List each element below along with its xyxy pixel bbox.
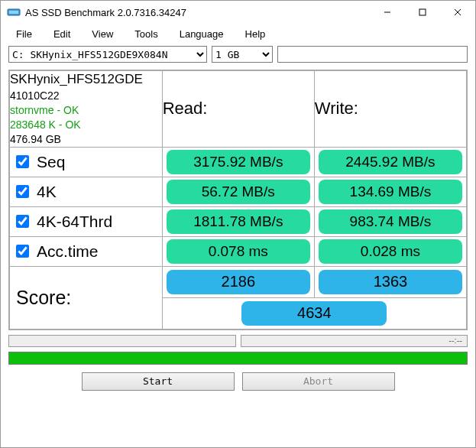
svg-rect-1 [9, 11, 18, 14]
menu-language[interactable]: Language [169, 26, 235, 42]
row-4k64: 4K-64Thrd [10, 207, 162, 236]
menu-file[interactable]: File [5, 26, 43, 42]
minimize-button[interactable] [370, 1, 405, 24]
toolbar-textbox[interactable] [277, 46, 468, 63]
button-row: Start Abort [8, 372, 468, 391]
menu-edit[interactable]: Edit [43, 26, 81, 42]
menu-view[interactable]: View [81, 26, 124, 42]
4k-read: 56.72 MB/s [167, 180, 310, 204]
row-seq: Seq [10, 148, 162, 177]
seq-write: 2445.92 MB/s [319, 150, 462, 174]
label-acc: Acc.time [37, 242, 99, 261]
row-acc: Acc.time [10, 237, 162, 266]
app-icon [7, 5, 21, 19]
start-button[interactable]: Start [82, 372, 235, 391]
label-4k64: 4K-64Thrd [37, 213, 112, 231]
close-icon [454, 8, 461, 16]
4k-write: 134.69 MB/s [319, 180, 462, 204]
score-label: Score: [10, 282, 162, 313]
size-select[interactable]: 1 GB [212, 46, 273, 63]
drive-select[interactable]: C: SKHynix_HFS512GDE9X084N [8, 46, 207, 63]
progress-bar [8, 352, 468, 365]
checkbox-4k64[interactable] [16, 215, 29, 228]
checkbox-acc[interactable] [16, 245, 29, 258]
menu-tools[interactable]: Tools [124, 26, 168, 42]
toolbar: C: SKHynix_HFS512GDE9X084N 1 GB [1, 44, 475, 67]
menu-help[interactable]: Help [235, 26, 277, 42]
seq-read: 3175.92 MB/s [167, 150, 310, 174]
svg-rect-3 [419, 9, 426, 15]
status-row: --:-- [8, 335, 468, 347]
window-title: AS SSD Benchmark 2.0.7316.34247 [25, 7, 370, 18]
checkbox-4k[interactable] [16, 185, 29, 198]
drive-fw: 41010C22 [10, 89, 162, 103]
close-button[interactable] [440, 1, 475, 24]
4k64-read: 1811.78 MB/s [167, 209, 310, 234]
drive-model: SKHynix_HFS512GDE [10, 71, 162, 89]
drive-info: SKHynix_HFS512GDE 41010C22 stornvme - OK… [10, 71, 163, 148]
abort-button: Abort [242, 372, 395, 391]
score-total: 4634 [241, 301, 387, 326]
acc-read: 0.078 ms [167, 239, 310, 264]
row-4k: 4K [10, 177, 162, 206]
label-seq: Seq [37, 153, 65, 171]
checkbox-seq[interactable] [16, 155, 29, 168]
header-read: Read: [162, 71, 314, 148]
score-read: 2186 [167, 270, 310, 294]
maximize-button[interactable] [405, 1, 440, 24]
title-bar: AS SSD Benchmark 2.0.7316.34247 [1, 1, 475, 24]
minimize-icon [384, 8, 391, 16]
header-write: Write: [314, 71, 466, 148]
4k64-write: 983.74 MB/s [319, 209, 462, 234]
drive-capacity: 476.94 GB [10, 132, 162, 147]
menu-bar: File Edit View Tools Language Help [1, 24, 475, 44]
score-write: 1363 [319, 270, 462, 294]
status-right: --:-- [241, 335, 468, 347]
drive-align: 283648 K - OK [10, 118, 162, 132]
acc-write: 0.028 ms [319, 239, 462, 264]
label-4k: 4K [37, 183, 57, 201]
results-panel: SKHynix_HFS512GDE 41010C22 stornvme - OK… [8, 70, 468, 330]
drive-driver: stornvme - OK [10, 103, 162, 118]
status-left [8, 335, 236, 347]
maximize-icon [419, 8, 426, 16]
